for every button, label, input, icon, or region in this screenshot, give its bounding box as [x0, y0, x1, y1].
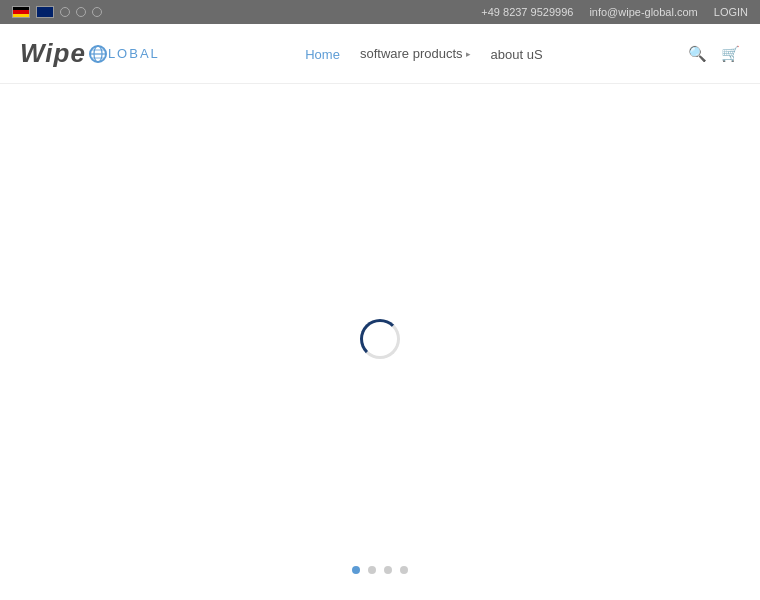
- nav-home[interactable]: Home: [305, 45, 340, 63]
- nav-about-link[interactable]: about uS: [491, 47, 543, 62]
- nav-utility-icons: 🔍 🛒: [688, 45, 740, 63]
- nav-software[interactable]: software products ▸: [360, 46, 471, 61]
- software-dropdown-arrow: ▸: [466, 49, 471, 59]
- top-bar: +49 8237 9529996 info@wipe-global.com LO…: [0, 0, 760, 24]
- pagination-dot-1[interactable]: [352, 566, 360, 574]
- lang-option-3: [92, 7, 102, 17]
- phone-number: +49 8237 9529996: [481, 6, 573, 18]
- flag-english[interactable]: [36, 6, 54, 18]
- flag-german[interactable]: [12, 6, 30, 18]
- pagination-dot-3[interactable]: [384, 566, 392, 574]
- language-selector[interactable]: [12, 6, 102, 18]
- pagination-dot-2[interactable]: [368, 566, 376, 574]
- contact-info: +49 8237 9529996 info@wipe-global.com LO…: [481, 6, 748, 18]
- pagination-dots: [352, 566, 408, 574]
- email-address: info@wipe-global.com: [589, 6, 697, 18]
- nav-home-link[interactable]: Home: [305, 47, 340, 62]
- login-link[interactable]: LOGIN: [714, 6, 748, 18]
- lang-option-1: [60, 7, 70, 17]
- pagination-dot-4[interactable]: [400, 566, 408, 574]
- nav-about[interactable]: about uS: [491, 45, 543, 63]
- loading-spinner: [360, 319, 400, 359]
- logo-globe-icon: [89, 45, 107, 63]
- main-navigation: Wipe LOBAL Home software products ▸: [0, 24, 760, 84]
- logo-global-text: LOBAL: [108, 46, 160, 61]
- search-icon[interactable]: 🔍: [688, 45, 707, 63]
- main-content: [0, 84, 760, 594]
- lang-option-2: [76, 7, 86, 17]
- nav-software-link[interactable]: software products: [360, 46, 463, 61]
- nav-menu: Home software products ▸ about uS: [305, 45, 542, 63]
- logo-wipe-text: Wipe: [20, 38, 86, 69]
- cart-icon[interactable]: 🛒: [721, 45, 740, 63]
- site-logo[interactable]: Wipe LOBAL: [20, 38, 160, 69]
